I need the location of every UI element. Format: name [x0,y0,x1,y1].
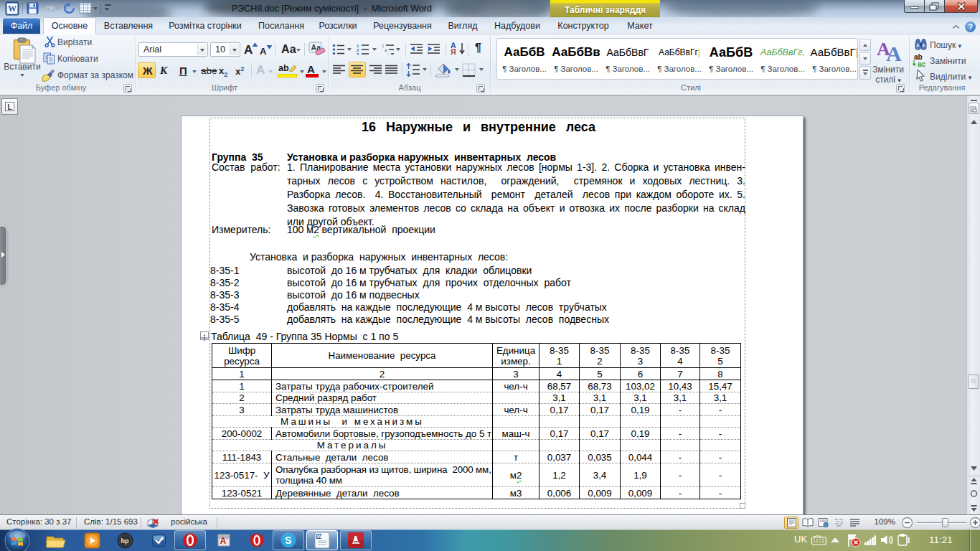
svg-text:і: і [387,52,388,56]
svg-text:hp: hp [121,537,129,545]
svg-text:ac: ac [918,60,926,67]
svg-text:A: A [220,536,227,546]
svg-text:S: S [285,534,291,546]
svg-text:W: W [317,533,323,540]
svg-text:3: 3 [357,52,359,56]
svg-text:W: W [8,4,17,14]
